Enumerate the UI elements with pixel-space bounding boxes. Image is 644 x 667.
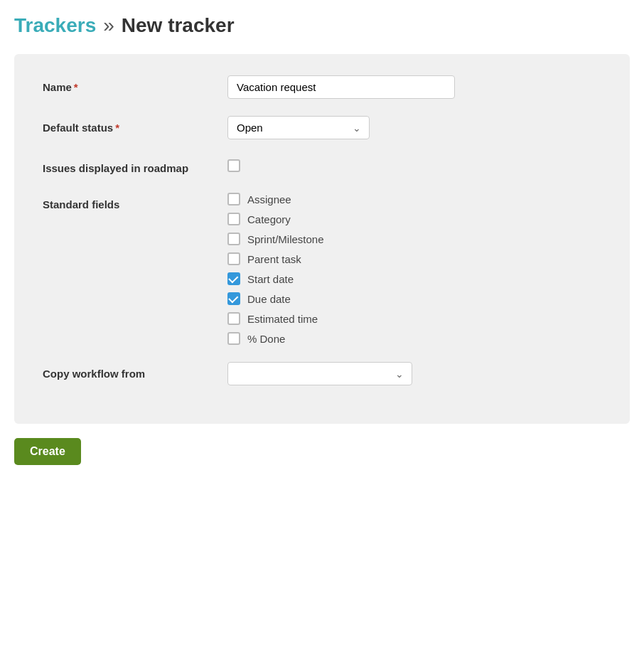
copy-workflow-row: Copy workflow from ⌄ — [43, 362, 601, 385]
roadmap-row: Issues displayed in roadmap — [43, 156, 601, 176]
category-checkbox[interactable] — [227, 213, 240, 225]
estimated-time-checkbox[interactable] — [227, 312, 240, 325]
start-date-checkbox[interactable] — [227, 272, 240, 285]
default-status-row: Default status* Open In Progress Closed … — [43, 116, 601, 139]
name-row: Name* — [43, 75, 601, 99]
standard-fields-control: Assignee Category Sprint/Milestone Paren… — [227, 193, 601, 345]
default-status-select[interactable]: Open In Progress Closed — [227, 116, 370, 139]
name-control — [227, 75, 601, 99]
list-item: Category — [227, 213, 601, 225]
assignee-label: Assignee — [247, 193, 291, 206]
estimated-time-label: Estimated time — [247, 313, 318, 325]
list-item: Parent task — [227, 252, 601, 265]
due-date-label: Due date — [247, 293, 291, 305]
parent-task-checkbox[interactable] — [227, 252, 240, 265]
copy-workflow-select[interactable] — [227, 362, 412, 385]
sprint-milestone-checkbox[interactable] — [227, 233, 240, 245]
roadmap-label: Issues displayed in roadmap — [43, 156, 227, 176]
page-title: Trackers » New tracker — [14, 14, 630, 37]
sprint-milestone-label: Sprint/Milestone — [247, 233, 324, 245]
list-item: % Done — [227, 332, 601, 345]
trackers-link[interactable]: Trackers — [14, 14, 96, 37]
breadcrumb-separator: » — [103, 14, 114, 37]
percent-done-checkbox[interactable] — [227, 332, 240, 345]
list-item: Estimated time — [227, 312, 601, 325]
default-status-label: Default status* — [43, 116, 227, 135]
start-date-label: Start date — [247, 273, 294, 285]
parent-task-label: Parent task — [247, 253, 301, 265]
name-required-star: * — [74, 81, 78, 93]
copy-workflow-label: Copy workflow from — [43, 362, 227, 381]
list-item: Start date — [227, 272, 601, 285]
copy-workflow-select-wrapper: ⌄ — [227, 362, 412, 385]
new-tracker-title: New tracker — [122, 14, 235, 37]
percent-done-label: % Done — [247, 333, 285, 345]
roadmap-control — [227, 159, 601, 175]
copy-workflow-control: ⌄ — [227, 362, 601, 385]
standard-fields-row: Standard fields Assignee Category Sprint… — [43, 193, 601, 345]
list-item: Sprint/Milestone — [227, 233, 601, 245]
default-status-required-star: * — [115, 122, 119, 134]
list-item: Due date — [227, 292, 601, 305]
due-date-checkbox[interactable] — [227, 292, 240, 305]
name-label: Name* — [43, 75, 227, 95]
standard-fields-label: Standard fields — [43, 193, 227, 212]
category-label: Category — [247, 213, 291, 225]
default-status-control: Open In Progress Closed ⌄ — [227, 116, 601, 139]
name-input[interactable] — [227, 75, 455, 99]
assignee-checkbox[interactable] — [227, 193, 240, 206]
roadmap-checkbox[interactable] — [227, 159, 240, 172]
create-button[interactable]: Create — [14, 438, 81, 465]
default-status-select-wrapper: Open In Progress Closed ⌄ — [227, 116, 370, 139]
form-container: Name* Default status* Open In Progress C… — [14, 54, 630, 424]
list-item: Assignee — [227, 193, 601, 206]
